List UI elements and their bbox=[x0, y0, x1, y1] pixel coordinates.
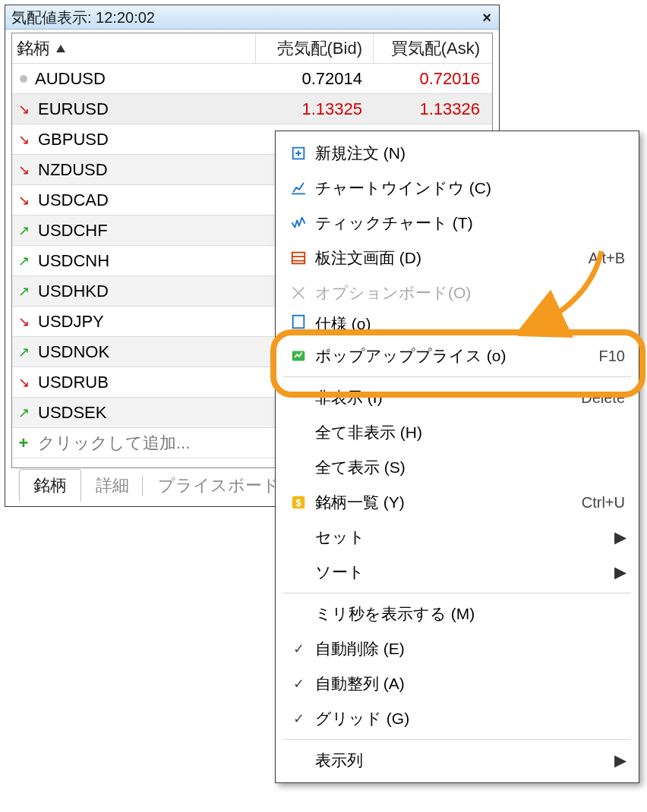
svg-rect-0 bbox=[292, 253, 305, 264]
table-row[interactable]: ↘EURUSD1.133251.13326 bbox=[12, 94, 492, 124]
menu-item-accelerator: Ctrl+U bbox=[582, 494, 625, 511]
menu-item[interactable]: 仕様 (o) bbox=[276, 310, 639, 332]
symbol-name: USDRUB bbox=[38, 373, 109, 392]
menu-item[interactable]: ポップアッププライス (o)F10 bbox=[276, 338, 639, 373]
plus-box-icon bbox=[285, 145, 312, 162]
menu-item-label: ティックチャート (T) bbox=[312, 212, 625, 234]
table-row[interactable]: AUDUSD0.720140.72016 bbox=[12, 64, 492, 94]
check-icon bbox=[285, 675, 312, 692]
ask-value: 1.13326 bbox=[373, 99, 491, 119]
depth-icon bbox=[285, 250, 312, 266]
arrow-up-icon: ↗ bbox=[17, 283, 30, 300]
option-icon bbox=[285, 285, 312, 301]
menu-item-label: ミリ秒を表示する (M) bbox=[312, 603, 625, 625]
menu-item-accelerator: Alt+B bbox=[589, 250, 625, 267]
menu-separator bbox=[283, 376, 631, 377]
menu-item-label: 仕様 (o) bbox=[312, 313, 625, 332]
bid-value: 1.13325 bbox=[255, 99, 373, 119]
submenu-arrow-icon: ▶ bbox=[614, 751, 625, 770]
arrow-down-icon: ↘ bbox=[17, 101, 30, 118]
arrow-up-icon: ↗ bbox=[17, 222, 30, 239]
menu-item-label: グリッド (G) bbox=[312, 708, 625, 729]
menu-item-label: 全て表示 (S) bbox=[312, 457, 625, 478]
tab-details[interactable]: 詳細 bbox=[81, 469, 144, 502]
sort-asc-icon bbox=[56, 45, 65, 52]
menu-item-label: ポップアッププライス (o) bbox=[312, 345, 599, 367]
arrow-down-icon: ↘ bbox=[17, 313, 30, 330]
menu-item[interactable]: 非表示 (I)Delete bbox=[276, 380, 639, 415]
menu-item-label: 板注文画面 (D) bbox=[312, 247, 589, 269]
symbol-name: GBPUSD bbox=[38, 130, 109, 149]
symbol-name: NZDUSD bbox=[38, 160, 108, 180]
symbol-name: USDNOK bbox=[38, 342, 109, 362]
menu-item[interactable]: 全て非表示 (H) bbox=[276, 415, 639, 450]
menu-item-label: チャートウインドウ (C) bbox=[312, 178, 625, 199]
menu-item-label: 自動削除 (E) bbox=[312, 638, 625, 659]
menu-item-label: 全て非表示 (H) bbox=[312, 422, 625, 443]
symbol-name: AUDUSD bbox=[35, 69, 106, 89]
menu-item-accelerator: Delete bbox=[581, 389, 625, 407]
panel-titlebar[interactable]: 気配値表示: 12:20:02 × bbox=[5, 5, 499, 30]
menu-item[interactable]: ソート▶ bbox=[276, 555, 639, 590]
menu-item-label: 表示列 bbox=[312, 750, 614, 771]
add-symbol-label: クリックして追加... bbox=[38, 432, 190, 455]
menu-item-label: 銘柄一覧 (Y) bbox=[312, 492, 582, 513]
chart-icon bbox=[285, 180, 312, 197]
menu-item[interactable]: 自動削除 (E) bbox=[276, 631, 639, 666]
symbol-name: USDHKD bbox=[38, 282, 109, 301]
menu-item: オプションボード(O) bbox=[276, 275, 639, 310]
ask-value: 0.72016 bbox=[373, 69, 491, 89]
menu-item[interactable]: 表示列▶ bbox=[276, 743, 639, 778]
arrow-down-icon: ↘ bbox=[17, 374, 30, 391]
menu-item[interactable]: 新規注文 (N) bbox=[276, 136, 639, 171]
svg-text:$: $ bbox=[295, 497, 301, 508]
dollar-icon: $ bbox=[285, 494, 312, 511]
menu-item[interactable]: セット▶ bbox=[276, 520, 639, 555]
arrow-down-icon: ↘ bbox=[17, 192, 30, 209]
menu-item-label: 新規注文 (N) bbox=[312, 143, 625, 164]
menu-item-accelerator: F10 bbox=[599, 348, 625, 365]
menu-item[interactable]: $銘柄一覧 (Y)Ctrl+U bbox=[276, 485, 639, 520]
check-icon bbox=[285, 640, 312, 657]
close-icon[interactable]: × bbox=[481, 5, 493, 30]
tick-icon bbox=[285, 215, 312, 231]
menu-item-label: 非表示 (I) bbox=[312, 387, 581, 408]
menu-item[interactable]: ミリ秒を表示する (M) bbox=[276, 596, 639, 631]
col-ask[interactable]: 買気配(Ask) bbox=[391, 37, 480, 60]
menu-item-label: ソート bbox=[312, 562, 614, 583]
tab-priceboard[interactable]: プライスボード bbox=[144, 469, 294, 502]
plus-icon: + bbox=[17, 433, 30, 453]
menu-item-label: セット bbox=[312, 527, 614, 548]
symbol-name: EURUSD bbox=[38, 99, 109, 119]
menu-item-label: オプションボード(O) bbox=[312, 282, 625, 304]
col-bid[interactable]: 売気配(Bid) bbox=[277, 37, 362, 60]
arrow-up-icon: ↗ bbox=[17, 344, 30, 360]
menu-separator bbox=[283, 593, 631, 593]
arrow-up-icon: ↗ bbox=[17, 404, 30, 421]
neutral-dot-icon bbox=[20, 75, 27, 83]
col-symbol[interactable]: 銘柄 bbox=[17, 37, 50, 60]
menu-item[interactable]: 板注文画面 (D)Alt+B bbox=[276, 241, 639, 275]
menu-item[interactable]: チャートウインドウ (C) bbox=[276, 171, 639, 206]
panel-title: 気配値表示: 12:20:02 bbox=[11, 5, 155, 30]
spec-icon bbox=[285, 313, 312, 330]
check-icon bbox=[285, 710, 312, 727]
submenu-arrow-icon: ▶ bbox=[614, 563, 625, 581]
menu-item-label: 自動整列 (A) bbox=[312, 673, 625, 694]
menu-item[interactable]: ティックチャート (T) bbox=[276, 206, 639, 241]
grid-header[interactable]: 銘柄 売気配(Bid) 買気配(Ask) bbox=[12, 33, 492, 64]
symbol-name: USDJPY bbox=[38, 312, 104, 332]
menu-item[interactable]: 自動整列 (A) bbox=[276, 666, 639, 701]
menu-separator bbox=[283, 335, 631, 335]
menu-separator bbox=[283, 739, 631, 740]
symbol-name: USDCAD bbox=[38, 190, 109, 210]
popup-icon bbox=[285, 348, 312, 364]
arrow-down-icon: ↘ bbox=[17, 131, 30, 148]
menu-item[interactable]: 全て表示 (S) bbox=[276, 450, 639, 485]
context-menu: 新規注文 (N)チャートウインドウ (C)ティックチャート (T)板注文画面 (… bbox=[275, 131, 639, 783]
arrow-up-icon: ↗ bbox=[17, 253, 30, 269]
tab-symbols[interactable]: 銘柄 bbox=[19, 469, 81, 502]
arrow-down-icon: ↘ bbox=[17, 162, 30, 178]
symbol-name: USDCNH bbox=[38, 251, 109, 271]
menu-item[interactable]: グリッド (G) bbox=[276, 701, 639, 736]
